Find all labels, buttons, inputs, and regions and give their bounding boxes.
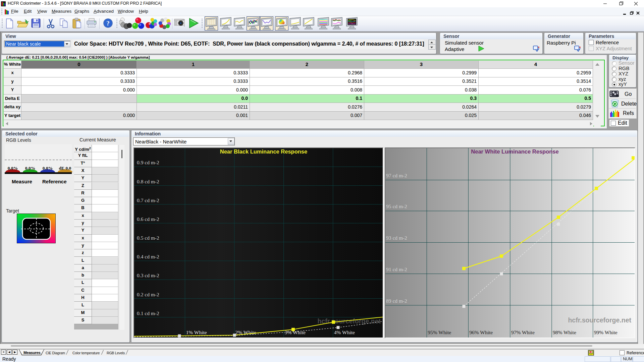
svg-text:93 cd m-2: 93 cd m-2 [386, 235, 407, 241]
svg-text:0.3 cd m-2: 0.3 cd m-2 [137, 273, 159, 278]
svg-text:99% White: 99% White [594, 329, 618, 335]
svg-text:?: ? [106, 20, 110, 27]
svg-text:97% White: 97% White [511, 329, 535, 335]
svg-text:0.7 cd m-2: 0.7 cd m-2 [137, 197, 159, 203]
svg-text:1% White: 1% White [186, 329, 207, 335]
svg-text:Near White Luminance Response: Near White Luminance Response [471, 148, 558, 155]
svg-text:0.2 cd m-2: 0.2 cd m-2 [137, 292, 159, 297]
svg-text:98% White: 98% White [553, 329, 576, 335]
svg-text:95 cd m-2: 95 cd m-2 [386, 203, 407, 209]
svg-text:Near Black Luminance Response: Near Black Luminance Response [220, 148, 307, 155]
svg-text:0.4 cd m-2: 0.4 cd m-2 [137, 254, 159, 259]
svg-text:0.8 cd m-2: 0.8 cd m-2 [137, 179, 159, 184]
svg-text:97 cd m-2: 97 cd m-2 [386, 173, 407, 178]
svg-text:4% White: 4% White [334, 329, 355, 335]
svg-text:95% White: 95% White [428, 329, 451, 335]
svg-text:0.1 cd m-2: 0.1 cd m-2 [137, 310, 159, 316]
svg-text:96% White: 96% White [469, 329, 493, 335]
svg-text:89 cd m-2: 89 cd m-2 [386, 298, 407, 304]
svg-text:0.9 cd m-2: 0.9 cd m-2 [137, 160, 159, 165]
svg-text:0.6 cd m-2: 0.6 cd m-2 [137, 216, 159, 222]
svg-text:0.5 cd m-2: 0.5 cd m-2 [137, 235, 159, 241]
svg-text:hcfr.sourceforge.net: hcfr.sourceforge.net [568, 316, 631, 324]
svg-text:91 cd m-2: 91 cd m-2 [386, 266, 407, 272]
